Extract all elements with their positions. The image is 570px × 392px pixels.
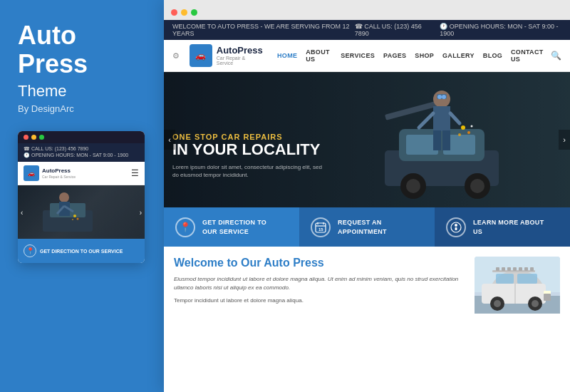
- nav-links: HOME ABOUT US SERVICES PAGES SHOP GALLER…: [277, 48, 544, 63]
- settings-icon[interactable]: ⚙: [172, 51, 180, 61]
- mobile-logo: 🚗 AutoPress Car Repair & Service: [24, 165, 76, 181]
- hero-section: ONE STOP CAR REPAIRS IN YOUR LOCALITY Lo…: [164, 72, 570, 207]
- learn-more-icon: [446, 217, 466, 237]
- nav-about[interactable]: ABOUT US: [306, 48, 332, 63]
- cta-direction[interactable]: 📍 GET DIRECTION TO OUR SERVICE: [164, 207, 299, 247]
- mobile-mockup: ☎ CALL US: (123) 456 7890 🕐 OPENING HOUR…: [18, 131, 145, 263]
- svg-rect-27: [442, 130, 450, 150]
- mechanic-svg: [39, 189, 96, 239]
- welcome-section: Welcome to Our Auto Press Eiusmod tempor…: [164, 247, 570, 392]
- mobile-logo-text: AutoPress Car Repair & Service: [42, 168, 76, 179]
- svg-text:15: 15: [318, 227, 323, 232]
- browser-dot-green: [191, 9, 197, 16]
- hours-text: 🕐 OPENING HOURS: MON - SAT 9:00 - 1900: [440, 23, 561, 37]
- hero-desc: Lorem ipsum dolor sit amet, consectetur …: [172, 163, 329, 179]
- site-content: WELCOME TO AUTO PRESS - WE ARE SERVING F…: [164, 20, 570, 392]
- svg-rect-56: [513, 267, 517, 271]
- mobile-next-arrow[interactable]: ›: [140, 208, 142, 216]
- hero-content: ONE STOP CAR REPAIRS IN YOUR LOCALITY Lo…: [172, 133, 329, 179]
- welcome-image: [475, 257, 560, 392]
- announce-bar: WELCOME TO AUTO PRESS - WE ARE SERVING F…: [164, 20, 570, 40]
- welcome-heading: Welcome to Our Auto Press: [174, 257, 466, 269]
- mobile-dot-red: [24, 135, 28, 140]
- svg-point-7: [77, 218, 79, 220]
- nav-gallery[interactable]: GALLERY: [442, 52, 475, 59]
- welcome-text-area: Welcome to Our Auto Press Eiusmod tempor…: [174, 257, 466, 392]
- theme-title: AutoPress: [18, 21, 146, 78]
- svg-rect-44: [517, 274, 537, 284]
- theme-subtitle: Theme: [18, 82, 146, 100]
- nav-bar: ⚙ 🚗 AutoPress Car Repair & Service HOME …: [164, 40, 570, 72]
- cta-appointment-text: REQUEST AN APPOINTMENT: [338, 218, 387, 236]
- hamburger-icon[interactable]: ☰: [131, 168, 139, 178]
- svg-line-20: [419, 113, 433, 128]
- svg-rect-43: [496, 274, 514, 284]
- mobile-chrome-bar: [18, 131, 145, 143]
- nav-home[interactable]: HOME: [277, 52, 297, 59]
- logo-text-area: AutoPress Car Repair & Service: [217, 46, 263, 66]
- hero-title: IN YOUR LOCALITY: [172, 141, 329, 158]
- svg-point-30: [442, 95, 446, 99]
- mobile-info-bar: ☎ CALL US: (123) 456 7890 🕐 OPENING HOUR…: [18, 143, 145, 162]
- svg-point-37: [455, 224, 457, 227]
- svg-rect-19: [433, 106, 450, 131]
- nav-contact[interactable]: CONTACT US: [511, 48, 544, 63]
- svg-point-6: [73, 215, 76, 217]
- car-image-svg: [475, 257, 560, 314]
- cta-direction-text: GET DIRECTION TO OUR SERVICE: [202, 218, 266, 236]
- mobile-dot-green: [39, 135, 44, 140]
- svg-rect-55: [507, 267, 511, 271]
- cta-learn-more[interactable]: LEARN MORE ABOUT US: [435, 207, 570, 247]
- mobile-header: 🚗 AutoPress Car Repair & Service ☰: [18, 162, 145, 185]
- nav-shop[interactable]: SHOP: [415, 52, 434, 59]
- mobile-dot-yellow: [31, 135, 36, 140]
- nav-pages[interactable]: PAGES: [383, 52, 406, 59]
- svg-point-29: [437, 95, 442, 99]
- nav-blog[interactable]: BLOG: [483, 52, 502, 59]
- cta-learn-more-text: LEARN MORE ABOUT US: [473, 218, 544, 236]
- welcome-desc1: Eiusmod tempor incididunt ut labore et d…: [174, 275, 466, 292]
- mobile-hero: ‹ ›: [18, 185, 145, 239]
- mobile-prev-arrow[interactable]: ‹: [21, 208, 23, 216]
- hero-prev-arrow[interactable]: ‹: [164, 130, 175, 150]
- svg-rect-38: [455, 227, 457, 230]
- svg-rect-53: [496, 267, 499, 271]
- contact-info: ☎ CALL US: (123) 456 7890 🕐 OPENING HOUR…: [355, 23, 561, 37]
- hero-mechanic-image: [370, 72, 513, 207]
- theme-byline: By DesignArc: [18, 103, 146, 114]
- mobile-cta-text: GET DIRECTION TO OUR SERVICE: [40, 248, 123, 254]
- svg-rect-58: [524, 267, 528, 271]
- svg-rect-50: [544, 294, 551, 301]
- welcome-text: WELCOME TO AUTO PRESS - WE ARE SERVING F…: [172, 23, 355, 37]
- svg-line-21: [450, 113, 460, 123]
- cta-bar: 📍 GET DIRECTION TO OUR SERVICE 15: [164, 207, 570, 247]
- svg-rect-59: [530, 267, 534, 271]
- mobile-phone: ☎ CALL US: (123) 456 7890: [24, 146, 139, 152]
- direction-icon: 📍: [175, 217, 195, 237]
- svg-point-16: [470, 179, 484, 193]
- phone-info: ☎ CALL US: (123) 456 7890: [355, 23, 430, 37]
- svg-rect-54: [502, 267, 505, 271]
- mobile-cta-bar: 📍 GET DIRECTION TO OUR SERVICE: [18, 239, 145, 263]
- left-panel: AutoPress Theme By DesignArc ☎ CALL US: …: [0, 0, 164, 392]
- phone-text: ☎ CALL US: (123) 456 7890: [355, 23, 430, 37]
- svg-point-25: [471, 125, 473, 128]
- svg-point-14: [406, 179, 420, 193]
- hours-info: 🕐 OPENING HOURS: MON - SAT 9:00 - 1900: [440, 23, 561, 37]
- hero-next-arrow[interactable]: ›: [559, 130, 570, 150]
- browser-chrome: [164, 0, 570, 20]
- svg-point-24: [458, 133, 461, 136]
- mobile-logo-icon: 🚗: [24, 165, 39, 181]
- nav-services[interactable]: SERVICES: [341, 52, 375, 59]
- search-icon[interactable]: 🔍: [551, 51, 561, 61]
- browser-dot-red: [171, 9, 177, 16]
- svg-point-2: [59, 192, 69, 202]
- svg-point-48: [532, 300, 539, 307]
- svg-point-46: [494, 300, 501, 307]
- svg-point-23: [467, 131, 470, 134]
- svg-point-8: [72, 219, 73, 220]
- browser-panel: WELCOME TO AUTO PRESS - WE ARE SERVING F…: [164, 0, 570, 392]
- appointment-icon: 15: [311, 217, 331, 237]
- svg-point-22: [461, 125, 465, 130]
- cta-appointment[interactable]: 15 REQUEST AN APPOINTMENT: [299, 207, 435, 247]
